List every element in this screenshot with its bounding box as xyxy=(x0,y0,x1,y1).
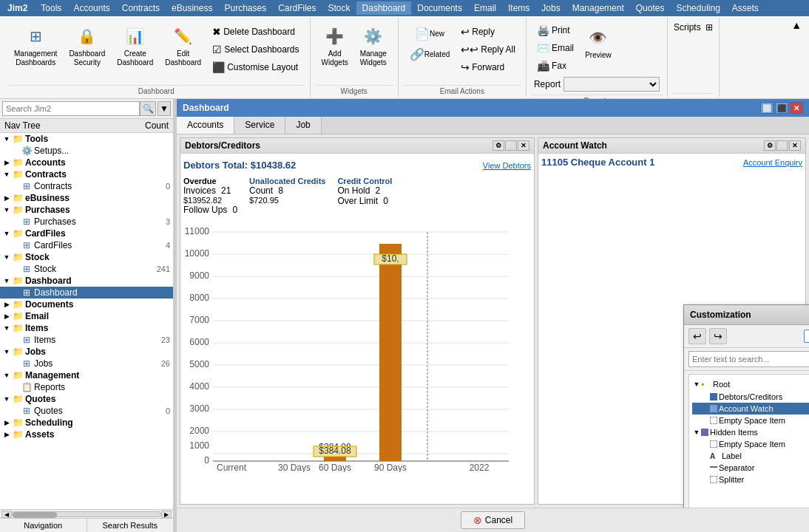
tree-hidden-items[interactable]: ▼ Hidden Items xyxy=(692,426,809,438)
sidebar-item-items-group[interactable]: ▼ 📁 Items xyxy=(0,322,173,334)
sidebar-item-stock-group[interactable]: ▼ 📁 Stock xyxy=(0,251,173,263)
tree-label[interactable]: A Label xyxy=(692,450,809,462)
sidebar-item-tools[interactable]: ▼ 📁 Tools xyxy=(0,133,173,145)
account-watch-close-button[interactable]: ✕ xyxy=(789,140,801,151)
menu-scheduling[interactable]: Scheduling xyxy=(670,1,725,15)
tree-splitter[interactable]: Splitter xyxy=(692,474,809,485)
debtors-close-button[interactable]: ✕ xyxy=(518,140,529,151)
view-debtors-link[interactable]: View Debtors xyxy=(483,161,531,170)
edit-dashboard-button[interactable]: ✏️ EditDashboard xyxy=(160,21,206,71)
dashboard-close-button[interactable]: ✕ xyxy=(790,102,803,114)
select-dashboards-button[interactable]: ☑ Select Dashboards xyxy=(208,41,303,58)
menu-quotes[interactable]: Quotes xyxy=(630,1,671,15)
search-input[interactable] xyxy=(2,101,140,116)
menu-tools[interactable]: Tools xyxy=(35,1,67,15)
manage-widgets-button[interactable]: ⚙️ ManageWidgets xyxy=(355,21,392,71)
reply-button[interactable]: ↩ Reply xyxy=(456,24,520,40)
menu-assets[interactable]: Assets xyxy=(726,1,765,15)
dashboard-tab-accounts[interactable]: Accounts xyxy=(177,117,234,134)
sidebar-item-stock[interactable]: ⊞ Stock 241 xyxy=(0,263,173,275)
sidebar-item-email[interactable]: ▶ 📁 Email xyxy=(0,310,173,322)
menu-purchases[interactable]: Purchases xyxy=(218,1,272,15)
dashboard-security-button[interactable]: 🔒 DashboardSecurity xyxy=(64,21,110,71)
menu-dashboard[interactable]: Dashboard xyxy=(356,1,412,15)
sidebar-scrollbar[interactable]: ◀ ▶ xyxy=(0,509,173,518)
scroll-left-button[interactable]: ◀ xyxy=(1,511,12,518)
dashboard-tab-job[interactable]: Job xyxy=(285,117,321,134)
sidebar-item-items[interactable]: ⊞ Items 23 xyxy=(0,334,173,346)
unallocated-credits-link[interactable]: Unallocated Credits xyxy=(249,177,325,185)
sidebar-item-ebusiness[interactable]: ▶ 📁 eBusiness xyxy=(0,192,173,204)
new-button[interactable]: 📄 New xyxy=(404,24,455,43)
ribbon-scroll-up-button[interactable]: ▲ xyxy=(787,18,806,33)
tree-separator[interactable]: Separator xyxy=(692,462,809,474)
menu-accounts[interactable]: Accounts xyxy=(67,1,115,15)
search-dropdown-button[interactable]: ▼ xyxy=(158,101,171,116)
dashboard-restore-button[interactable]: ⬜ xyxy=(760,102,774,114)
sidebar-item-scheduling[interactable]: ▶ 📁 Scheduling xyxy=(0,417,173,429)
menu-items[interactable]: Items xyxy=(502,1,535,15)
tree-debtors-creditors[interactable]: Debtors/Creditors xyxy=(692,391,809,403)
reply-all-button[interactable]: ↩↩ Reply All xyxy=(456,41,520,58)
customise-layout-button[interactable]: ⬛ Customise Layout xyxy=(208,59,303,75)
menu-cardfiles[interactable]: CardFiles xyxy=(272,1,322,15)
fax-button[interactable]: 📠 Fax xyxy=(532,58,578,74)
sidebar-item-cardfiles[interactable]: ⊞ CardFiles 4 xyxy=(0,239,173,251)
sidebar-item-documents[interactable]: ▶ 📁 Documents xyxy=(0,299,173,310)
sidebar-item-dashboard-group[interactable]: ▼ 📁 Dashboard xyxy=(0,275,173,287)
email-report-button[interactable]: ✉️ Email xyxy=(532,40,578,56)
create-dashboard-button[interactable]: 📊 CreateDashboard xyxy=(112,21,158,71)
tree-empty-space-2[interactable]: Empty Space Item xyxy=(692,438,809,450)
cancel-button[interactable]: ⊗ Cancel xyxy=(461,511,525,529)
sidebar-item-purchases[interactable]: ⊞ Purchases 3 xyxy=(0,216,173,228)
hidden-items-button[interactable]: Hidden Items xyxy=(804,330,809,343)
menu-ebusiness[interactable]: eBusiness xyxy=(166,1,218,15)
sidebar-item-reports[interactable]: 📋 Reports xyxy=(0,381,173,393)
dialog-search-input[interactable] xyxy=(688,351,809,367)
sidebar-item-purchases-group[interactable]: ▼ 📁 Purchases xyxy=(0,204,173,216)
sidebar-item-jobs[interactable]: ⊞ Jobs 26 xyxy=(0,358,173,369)
account-watch-restore-button[interactable]: ⬜ xyxy=(776,140,788,151)
search-button[interactable]: 🔍 xyxy=(140,101,156,116)
sidebar-item-contracts[interactable]: ⊞ Contracts 0 xyxy=(0,180,173,192)
print-button[interactable]: 🖨️ Print xyxy=(532,22,578,38)
debtors-settings-button[interactable]: ⚙ xyxy=(492,140,504,151)
related-button[interactable]: 🔗 Related xyxy=(404,44,455,64)
report-select[interactable] xyxy=(563,77,660,92)
sidebar-item-quotes[interactable]: ⊞ Quotes 0 xyxy=(0,405,173,417)
dialog-undo-button[interactable]: ↩ xyxy=(688,328,706,344)
scroll-right-button[interactable]: ▶ xyxy=(161,511,172,518)
user-menu[interactable]: Jim2 xyxy=(0,1,35,15)
sidebar-item-setups[interactable]: ⚙️ Setups... xyxy=(0,145,173,157)
management-dashboards-button[interactable]: ⊞ ManagementDashboards xyxy=(9,21,62,71)
credit-control-link[interactable]: Credit Control xyxy=(337,177,392,185)
sidebar-item-dashboard[interactable]: ⊞ Dashboard xyxy=(0,287,173,299)
menu-email[interactable]: Email xyxy=(468,1,502,15)
menu-management[interactable]: Management xyxy=(566,1,630,15)
sidebar-item-accounts[interactable]: ▶ 📁 Accounts xyxy=(0,157,173,168)
dashboard-maximize-button[interactable]: ⬛ xyxy=(775,102,788,114)
sidebar-item-contracts-group[interactable]: ▼ 📁 Contracts xyxy=(0,168,173,180)
dashboard-tab-service[interactable]: Service xyxy=(234,117,285,134)
delete-dashboard-button[interactable]: ✖ Delete Dashboard xyxy=(208,24,303,40)
menu-stock[interactable]: Stock xyxy=(322,1,356,15)
add-widgets-button[interactable]: ➕ AddWidgets xyxy=(317,21,353,71)
debtors-restore-button[interactable]: ⬜ xyxy=(505,140,517,151)
scripts-expand-icon[interactable]: ⊞ xyxy=(705,22,713,33)
tree-root[interactable]: ▼ ▪ Root xyxy=(692,378,809,391)
account-watch-settings-button[interactable]: ⚙ xyxy=(764,140,776,151)
preview-button[interactable]: 👁️ Preview xyxy=(580,22,617,64)
forward-button[interactable]: ↪ Forward xyxy=(456,59,520,75)
account-enquiry-link[interactable]: Account Enquiry xyxy=(743,158,802,167)
menu-contracts[interactable]: Contracts xyxy=(116,1,166,15)
sidebar-tab-search-results[interactable]: Search Results xyxy=(87,519,174,532)
sidebar-item-assets[interactable]: ▶ 📁 Assets xyxy=(0,429,173,440)
sidebar-item-jobs-group[interactable]: ▼ 📁 Jobs xyxy=(0,346,173,358)
sidebar-item-quotes-group[interactable]: ▼ 📁 Quotes xyxy=(0,393,173,405)
menu-jobs[interactable]: Jobs xyxy=(535,1,566,15)
sidebar-item-cardfiles-group[interactable]: ▼ 📁 CardFiles xyxy=(0,228,173,239)
dialog-redo-button[interactable]: ↪ xyxy=(709,328,727,344)
sidebar-tab-navigation[interactable]: Navigation xyxy=(0,519,87,532)
scroll-thumb[interactable] xyxy=(13,512,57,518)
sidebar-item-management-group[interactable]: ▼ 📁 Management xyxy=(0,369,173,381)
